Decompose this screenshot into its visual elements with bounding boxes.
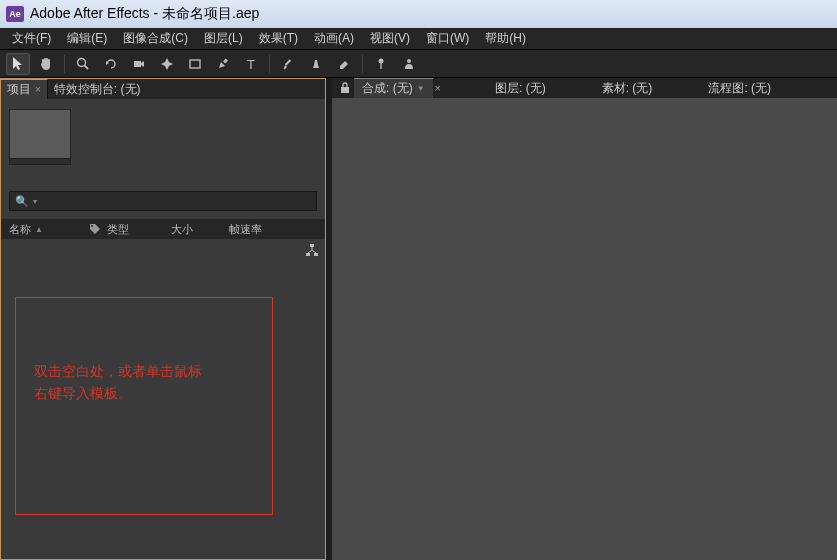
project-columns: 名称 ▲ 类型 大小 帧速率 — [1, 219, 325, 239]
hand-icon — [39, 57, 53, 71]
composition-viewer[interactable] — [332, 98, 837, 560]
menu-composition[interactable]: 图像合成(C) — [115, 28, 196, 49]
col-size[interactable]: 大小 — [171, 222, 225, 237]
project-search[interactable]: 🔍 ▾ — [9, 191, 317, 211]
menu-effect[interactable]: 效果(T) — [251, 28, 306, 49]
clone-tool[interactable] — [304, 53, 328, 75]
tab-effect-controls[interactable]: 特效控制台: (无) — [48, 79, 147, 99]
tab-composition[interactable]: 合成: (无) ▼ — [354, 78, 433, 98]
search-icon: 🔍 — [15, 195, 29, 208]
project-panel: 项目 × 特效控制台: (无) 🔍 ▾ 名称 ▲ — [0, 78, 326, 560]
tab-label: 项目 — [7, 81, 31, 98]
menu-window[interactable]: 窗口(W) — [418, 28, 477, 49]
rect-tool[interactable] — [183, 53, 207, 75]
annotation-box: 双击空白处，或者单击鼠标 右键导入模板。 — [15, 297, 273, 515]
tab-layer[interactable]: 图层: (无) — [487, 78, 554, 98]
puppet-tool[interactable] — [369, 53, 393, 75]
tab-footage[interactable]: 素材: (无) — [594, 78, 661, 98]
right-area: 合成: (无) ▼ × 图层: (无) 素材: (无) 流程图: (无) — [326, 78, 837, 560]
svg-point-0 — [78, 58, 86, 66]
left-tabs: 项目 × 特效控制台: (无) — [1, 79, 325, 99]
person-icon — [402, 57, 416, 71]
annotation-text-1: 双击空白处，或者单击鼠标 — [34, 360, 254, 382]
menu-view[interactable]: 视图(V) — [362, 28, 418, 49]
menu-animation[interactable]: 动画(A) — [306, 28, 362, 49]
svg-point-10 — [91, 225, 93, 227]
pen-tool[interactable] — [211, 53, 235, 75]
search-dropdown-icon[interactable]: ▾ — [33, 197, 37, 206]
workspace: 项目 × 特效控制台: (无) 🔍 ▾ 名称 ▲ — [0, 78, 837, 560]
type-tool[interactable]: T — [239, 53, 263, 75]
eraser-icon — [337, 57, 351, 71]
close-icon[interactable]: × — [435, 82, 441, 94]
svg-rect-3 — [190, 60, 200, 68]
svg-text:T: T — [247, 57, 255, 71]
selection-tool[interactable] — [6, 53, 30, 75]
roto-tool[interactable] — [397, 53, 421, 75]
col-type[interactable]: 类型 — [107, 222, 167, 237]
brush-tool[interactable] — [276, 53, 300, 75]
tab-label: 合成: (无) — [362, 80, 413, 97]
menu-file[interactable]: 文件(F) — [4, 28, 59, 49]
rectangle-icon — [188, 57, 202, 71]
svg-rect-4 — [223, 58, 228, 63]
brush-icon — [281, 57, 295, 71]
menu-help[interactable]: 帮助(H) — [477, 28, 534, 49]
viewer-tabs: 合成: (无) ▼ × 图层: (无) 素材: (无) 流程图: (无) — [332, 78, 837, 98]
tab-flowchart[interactable]: 流程图: (无) — [700, 78, 779, 98]
menubar: 文件(F) 编辑(E) 图像合成(C) 图层(L) 效果(T) 动画(A) 视图… — [0, 28, 837, 50]
hand-tool[interactable] — [34, 53, 58, 75]
pan-behind-tool[interactable] — [155, 53, 179, 75]
svg-line-1 — [85, 65, 89, 69]
clone-stamp-icon — [309, 57, 323, 71]
close-icon[interactable]: × — [35, 84, 41, 95]
svg-rect-14 — [341, 87, 349, 93]
project-thumbnail — [9, 109, 71, 159]
tag-icon[interactable] — [89, 223, 103, 235]
eraser-tool[interactable] — [332, 53, 356, 75]
menu-edit[interactable]: 编辑(E) — [59, 28, 115, 49]
pin-icon — [374, 57, 388, 71]
rotate-icon — [104, 57, 118, 71]
rotate-tool[interactable] — [99, 53, 123, 75]
tab-label: 流程图: (无) — [708, 80, 771, 97]
svg-point-7 — [379, 58, 384, 63]
svg-rect-11 — [310, 244, 314, 247]
pan-behind-icon — [160, 57, 174, 71]
tab-label: 特效控制台: (无) — [54, 81, 141, 98]
separator — [64, 55, 65, 73]
separator — [362, 55, 363, 73]
sort-icon: ▲ — [35, 225, 43, 234]
svg-rect-13 — [314, 253, 318, 256]
camera-icon — [132, 57, 146, 71]
pen-icon — [216, 57, 230, 71]
svg-rect-6 — [285, 59, 291, 65]
titlebar: Ae Adobe After Effects - 未命名项目.aep — [0, 0, 837, 28]
toolbar: T — [0, 50, 837, 78]
tab-label: 图层: (无) — [495, 80, 546, 97]
col-label: 名称 — [9, 222, 31, 237]
col-name[interactable]: 名称 ▲ — [9, 222, 85, 237]
project-thumbnail-area — [1, 99, 325, 183]
tab-label: 素材: (无) — [602, 80, 653, 97]
menu-layer[interactable]: 图层(L) — [196, 28, 251, 49]
annotation-text-2: 右键导入模板。 — [34, 382, 254, 404]
app-icon: Ae — [6, 6, 24, 22]
svg-rect-2 — [134, 61, 141, 67]
project-bin[interactable]: 双击空白处，或者单击鼠标 右键导入模板。 — [1, 239, 325, 559]
col-rate[interactable]: 帧速率 — [229, 222, 269, 237]
tab-project[interactable]: 项目 × — [1, 79, 48, 99]
camera-tool[interactable] — [127, 53, 151, 75]
window-title: Adobe After Effects - 未命名项目.aep — [30, 5, 259, 23]
lock-icon[interactable] — [338, 81, 352, 95]
arrow-icon — [12, 57, 24, 71]
svg-point-9 — [407, 59, 411, 63]
zoom-tool[interactable] — [71, 53, 95, 75]
svg-rect-12 — [306, 253, 310, 256]
search-input[interactable] — [41, 195, 311, 207]
chevron-down-icon[interactable]: ▼ — [417, 84, 425, 93]
separator — [269, 55, 270, 73]
type-icon: T — [244, 57, 258, 71]
magnifier-icon — [76, 57, 90, 71]
flowchart-icon[interactable] — [305, 243, 319, 257]
